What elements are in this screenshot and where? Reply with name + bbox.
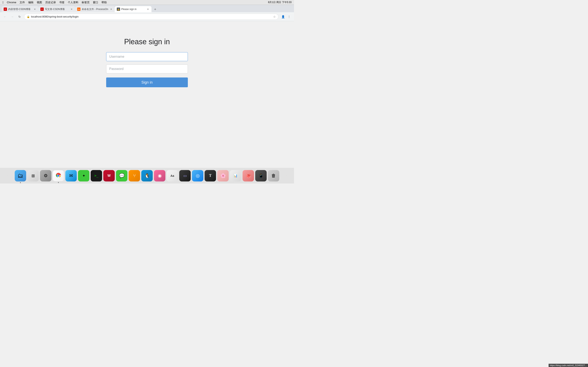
tab-close-signin[interactable]: ✕	[146, 8, 149, 11]
dock-item-dictionary[interactable]: Aa	[167, 170, 178, 182]
menu-bar:  Chrome 文件 编辑 视图 历史记录 书签 个人资料 标签页 窗口 帮助…	[0, 0, 294, 5]
username-input[interactable]	[106, 52, 188, 61]
tab-favicon-csdn-write: C	[40, 8, 44, 11]
menu-profile[interactable]: 个人资料	[68, 1, 78, 4]
tab-processon[interactable]: On 未命名文件 - ProcessOn ✕	[75, 6, 115, 12]
toolbar: ← → ↻ 🔒 localhost:8080/spring-boot-secur…	[0, 12, 294, 21]
address-bar[interactable]: 🔒 localhost:8080/spring-boot-security/lo…	[24, 14, 278, 20]
tab-favicon-signin: 🔒	[117, 8, 120, 11]
menu-bar-left:  Chrome 文件 编辑 视图 历史记录 书签 个人资料 标签页 窗口 帮助	[2, 1, 107, 4]
page-title: Please sign in	[124, 38, 170, 46]
menu-history[interactable]: 历史记录	[45, 1, 56, 4]
menu-bookmarks[interactable]: 书签	[59, 1, 65, 4]
tab-title-csdn-write: 写文章-CSDN博客	[45, 8, 69, 11]
dock-item-wps[interactable]: W	[103, 170, 115, 182]
security-lock-icon: 🔒	[27, 15, 30, 18]
dock-item-mail[interactable]: ✉	[65, 170, 77, 182]
back-button[interactable]: ←	[2, 14, 8, 20]
menu-help[interactable]: 帮助	[102, 1, 107, 4]
toolbar-right-buttons: 👤 ⋮	[280, 14, 292, 20]
tab-close-csdn-content[interactable]: ✕	[33, 8, 36, 11]
dock-item-mindnode[interactable]: ◉	[154, 170, 165, 182]
tab-close-csdn-write[interactable]: ✕	[70, 8, 73, 11]
dock-item-display[interactable]: ▭	[179, 170, 191, 182]
reload-button[interactable]: ↻	[17, 14, 22, 20]
svg-point-0	[57, 175, 60, 177]
dock-item-terminal[interactable]: >_	[91, 170, 102, 182]
dock-item-safari[interactable]: ◎	[192, 170, 203, 182]
menu-tabs[interactable]: 标签页	[82, 1, 90, 4]
dock-item-chrome[interactable]	[53, 170, 64, 182]
menu-window[interactable]: 窗口	[93, 1, 98, 4]
profile-button[interactable]: 👤	[280, 14, 286, 20]
dock-item-qq[interactable]: 🐧	[141, 170, 153, 182]
tab-title-signin: Please sign in	[121, 8, 145, 11]
dock-item-sourcetree[interactable]: ⑂	[129, 170, 140, 182]
tab-title-csdn-content: 内容管理-CSDN博客	[8, 8, 32, 11]
page-content: Please sign in Sign in	[0, 21, 294, 184]
dock-active-dot-chrome	[58, 182, 59, 183]
dock-item-launchpad[interactable]: ⊞	[27, 170, 39, 182]
tab-favicon-processon: On	[77, 8, 80, 11]
tab-csdn-content[interactable]: C 内容管理-CSDN博客 ✕	[2, 6, 38, 12]
menu-bar-right: 8月1日 周日 下午5:33	[268, 1, 292, 4]
dock-item-feishu[interactable]: ✦	[78, 170, 89, 182]
signin-form: Sign in	[106, 52, 188, 87]
tab-close-processon[interactable]: ✕	[109, 8, 113, 11]
dock: 🗂 ⊞ ⚙ ✉ ✦ >_ W 💬 ⑂ 🐧 ◉ Aa ▭ ◎ T 🌸 📊 🐙 📱 …	[0, 167, 294, 184]
dock-item-activity-monitor[interactable]: 📊	[230, 170, 241, 182]
signin-button[interactable]: Sign in	[106, 77, 188, 87]
password-input[interactable]	[106, 64, 188, 73]
tab-csdn-write[interactable]: C 写文章-CSDN博客 ✕	[38, 6, 75, 12]
tab-favicon-csdn-content: C	[4, 8, 7, 11]
dock-item-photos[interactable]: 🌸	[217, 170, 229, 182]
dock-item-ios-simulator[interactable]: 📱	[255, 170, 267, 182]
new-tab-button[interactable]: +	[152, 7, 158, 12]
app-name[interactable]: Chrome	[7, 1, 16, 4]
chrome-menu-button[interactable]: ⋮	[286, 14, 292, 20]
menu-file[interactable]: 文件	[20, 1, 25, 4]
bookmark-star-icon[interactable]: ☆	[273, 15, 276, 18]
apple-menu[interactable]: 	[2, 1, 3, 4]
dock-item-typora[interactable]: T	[205, 170, 216, 182]
tab-bar: C 内容管理-CSDN博客 ✕ C 写文章-CSDN博客 ✕ On 未命名文件 …	[0, 5, 294, 12]
dock-item-wechat[interactable]: 💬	[116, 170, 127, 182]
chrome-window: C 内容管理-CSDN博客 ✕ C 写文章-CSDN博客 ✕ On 未命名文件 …	[0, 5, 294, 184]
forward-button[interactable]: →	[9, 14, 15, 20]
tab-signin[interactable]: 🔒 Please sign in ✕	[115, 6, 151, 12]
dock-item-trash[interactable]: 🗑	[268, 170, 279, 182]
dock-item-system-prefs[interactable]: ⚙	[40, 170, 52, 182]
dock-item-finder[interactable]: 🗂	[15, 170, 26, 182]
dock-active-dot-finder	[20, 182, 21, 183]
menu-edit[interactable]: 编辑	[28, 1, 34, 4]
url-text: localhost:8080/spring-boot-security/logi…	[31, 15, 272, 18]
system-clock: 8月1日 周日 下午5:33	[268, 1, 292, 4]
dock-item-gitkraken[interactable]: 🐙	[242, 170, 254, 182]
signin-container: Please sign in Sign in	[106, 38, 188, 87]
tab-title-processon: 未命名文件 - ProcessOn	[82, 8, 108, 11]
menu-view[interactable]: 视图	[37, 1, 42, 4]
